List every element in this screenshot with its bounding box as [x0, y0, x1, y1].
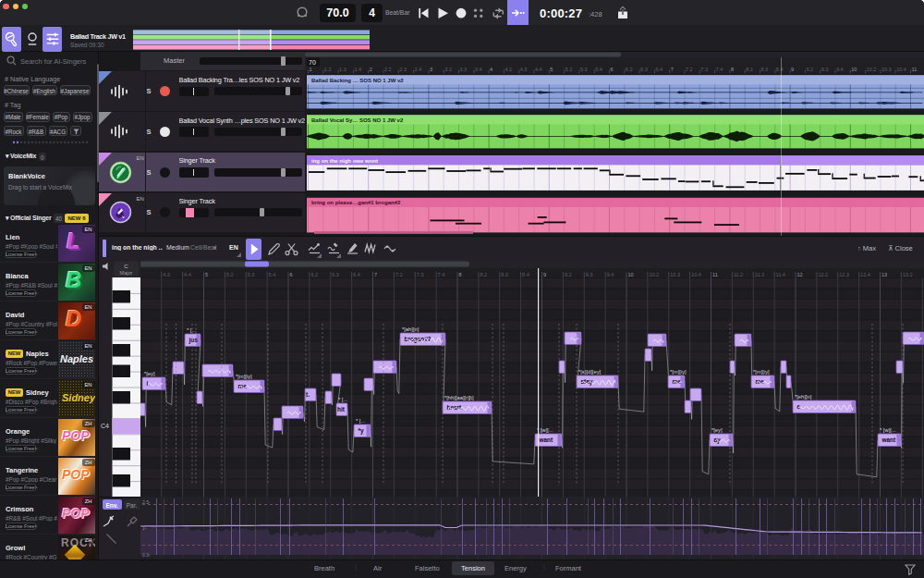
svg-text:7: 7	[671, 67, 674, 72]
svg-text:6.2: 6.2	[310, 272, 318, 277]
svg-text:7.2: 7.2	[686, 67, 693, 72]
svg-text:6: 6	[611, 67, 614, 72]
svg-text:*y: *y	[359, 427, 364, 435]
svg-text:11: 11	[912, 67, 918, 72]
svg-text:9: 9	[543, 272, 546, 277]
svg-text:10.4: 10.4	[896, 67, 906, 72]
svg-text:me: me	[238, 383, 248, 389]
svg-text:jus: jus	[188, 337, 199, 344]
svg-text:10.2: 10.2	[867, 67, 877, 72]
svg-text:2.5-: 2.5-	[142, 499, 151, 505]
svg-text:4.3: 4.3	[163, 272, 170, 277]
svg-text:5.3: 5.3	[248, 272, 255, 277]
svg-text:me: me	[756, 378, 765, 385]
svg-text:6.3: 6.3	[640, 67, 648, 72]
svg-text:C4: C4	[101, 423, 109, 429]
svg-text:*[hh][aa][r][t]: *[hh][aa][r][t]	[444, 395, 474, 400]
svg-text:5.2: 5.2	[565, 67, 573, 72]
svg-text:4: 4	[490, 67, 492, 72]
svg-text:Major: Major	[120, 270, 133, 276]
svg-text:*[m][iy]: *[m][iy]	[753, 369, 770, 375]
svg-text:8.4: 8.4	[522, 272, 529, 277]
svg-text:7.4: 7.4	[716, 67, 723, 72]
svg-text:13: 13	[881, 272, 887, 277]
svg-text:8.3: 8.3	[761, 67, 769, 72]
svg-text:12.3: 12.3	[839, 272, 849, 277]
svg-text:*[ey]: *[ey]	[144, 371, 155, 376]
svg-text:*[m][iy]: *[m][iy]	[670, 369, 687, 375]
svg-text:C: C	[124, 264, 128, 269]
svg-text:12.4: 12.4	[860, 272, 870, 277]
svg-text:9: 9	[791, 67, 794, 72]
svg-text:8.3: 8.3	[501, 272, 508, 277]
svg-text:want: want	[881, 437, 896, 443]
svg-text:2: 2	[370, 67, 372, 72]
svg-text:5.3: 5.3	[580, 67, 588, 72]
svg-text:9.4: 9.4	[836, 67, 844, 72]
svg-text:* [w][...: * [w][...	[537, 427, 553, 433]
svg-text:6: 6	[290, 272, 293, 277]
svg-text:1.2: 1.2	[324, 67, 332, 72]
svg-text:*[eh][n]: *[eh][n]	[795, 394, 812, 400]
svg-text:2.4: 2.4	[415, 67, 422, 72]
svg-text:9.2: 9.2	[565, 272, 572, 277]
svg-text:3.4: 3.4	[475, 67, 482, 72]
svg-text:9.3: 9.3	[821, 67, 829, 72]
svg-text:2.3: 2.3	[399, 67, 407, 72]
svg-text:ing on the nigh owe wont: ing on the nigh owe wont	[311, 158, 378, 164]
svg-text:10.2: 10.2	[649, 272, 659, 277]
svg-text:11.4: 11.4	[776, 272, 785, 277]
svg-text:*[s][d][ey]: *[s][d][ey]	[578, 369, 602, 375]
svg-text:11.2: 11.2	[734, 272, 743, 277]
svg-text:3: 3	[430, 67, 432, 72]
svg-text:9.3: 9.3	[586, 272, 593, 277]
svg-text:11.3: 11.3	[755, 272, 764, 277]
svg-text:1-: 1-	[142, 525, 147, 531]
svg-text:* [...: * [...	[187, 327, 197, 333]
svg-text:9.4: 9.4	[607, 272, 614, 277]
svg-text:5.2: 5.2	[226, 272, 234, 277]
svg-text:6.4: 6.4	[353, 272, 360, 277]
svg-text:6.3: 6.3	[332, 272, 339, 277]
svg-text:7: 7	[374, 272, 377, 277]
svg-text:9.2: 9.2	[806, 67, 813, 72]
svg-text:1.3: 1.3	[339, 67, 346, 72]
svg-text:12: 12	[797, 272, 803, 277]
svg-text:5: 5	[205, 272, 208, 277]
svg-text:5.4: 5.4	[595, 67, 602, 72]
svg-text:8.2: 8.2	[480, 272, 487, 277]
svg-text:5.4: 5.4	[269, 272, 276, 277]
svg-text:13.2: 13.2	[903, 272, 913, 277]
svg-text:*[ey]: *[ey]	[711, 427, 723, 433]
svg-text:6.4: 6.4	[655, 67, 663, 72]
svg-text:5: 5	[550, 67, 553, 72]
svg-text:8: 8	[731, 67, 734, 72]
svg-text:4.4: 4.4	[535, 67, 542, 72]
svg-text:1.4: 1.4	[354, 67, 361, 72]
svg-text:7.4: 7.4	[438, 272, 445, 277]
svg-text:*[m][iy]: *[m][iy]	[236, 374, 252, 379]
svg-text:11: 11	[712, 272, 718, 277]
svg-text:* [w][...: * [w][...	[880, 427, 896, 433]
svg-text:8.4: 8.4	[776, 67, 784, 72]
svg-text:0.3-: 0.3-	[142, 552, 151, 558]
svg-text:6.2: 6.2	[626, 67, 633, 72]
svg-text:7.3: 7.3	[700, 67, 708, 72]
svg-text:3.2: 3.2	[444, 67, 452, 72]
svg-text:* [...: * [...	[356, 418, 366, 424]
svg-text:Ballad Backing … SOS NO 1 JW v: Ballad Backing … SOS NO 1 JW v2	[311, 78, 404, 83]
svg-text:7.2: 7.2	[395, 272, 403, 277]
svg-text:10.4: 10.4	[691, 272, 701, 277]
svg-text:10.3: 10.3	[881, 67, 892, 72]
svg-text:8: 8	[459, 272, 462, 277]
svg-text:10: 10	[851, 67, 857, 72]
svg-text:t.: t.	[306, 391, 310, 398]
svg-text:ay: ay	[714, 437, 722, 444]
svg-text:3.3: 3.3	[460, 67, 468, 72]
svg-text:4.2: 4.2	[505, 67, 512, 72]
svg-text:70: 70	[309, 59, 316, 66]
svg-text:bring on please…gan#1 brogan#2: bring on please…gan#1 brogan#2	[311, 200, 401, 205]
svg-text:hit: hit	[337, 406, 346, 412]
svg-text:*[ah][n]: *[ah][n]	[402, 326, 419, 332]
svg-text:2.2: 2.2	[384, 67, 392, 72]
